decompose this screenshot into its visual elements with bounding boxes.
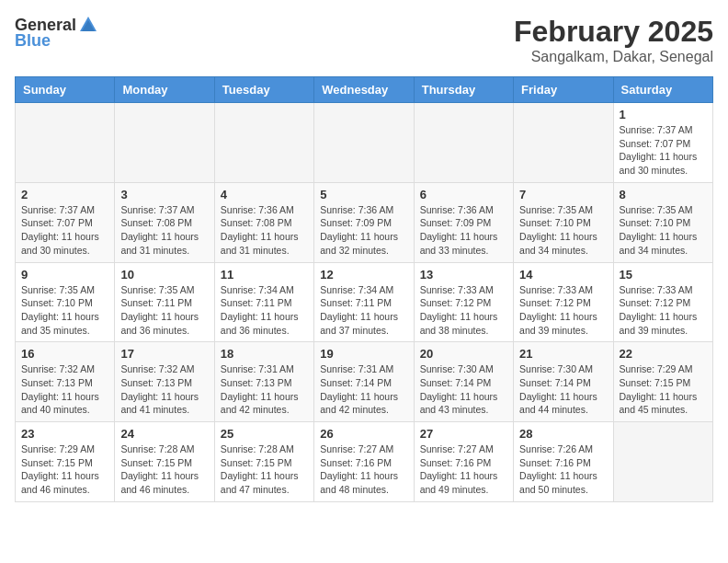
calendar-cell: 26Sunrise: 7:27 AMSunset: 7:16 PMDayligh… <box>314 422 414 502</box>
calendar-header-tuesday: Tuesday <box>214 77 313 103</box>
calendar-cell: 17Sunrise: 7:32 AMSunset: 7:13 PMDayligh… <box>115 342 214 422</box>
calendar-cell <box>16 103 115 183</box>
day-info: Sunrise: 7:33 AMSunset: 7:12 PMDaylight:… <box>420 283 507 338</box>
day-number: 17 <box>120 347 208 361</box>
day-info: Sunrise: 7:31 AMSunset: 7:14 PMDaylight:… <box>320 362 407 417</box>
calendar-cell: 27Sunrise: 7:27 AMSunset: 7:16 PMDayligh… <box>414 422 513 502</box>
calendar-cell: 3Sunrise: 7:37 AMSunset: 7:08 PMDaylight… <box>115 182 214 262</box>
day-number: 12 <box>320 268 407 282</box>
day-info: Sunrise: 7:34 AMSunset: 7:11 PMDaylight:… <box>221 283 308 338</box>
calendar-week-3: 16Sunrise: 7:32 AMSunset: 7:13 PMDayligh… <box>16 342 713 422</box>
calendar-cell: 2Sunrise: 7:37 AMSunset: 7:07 PMDaylight… <box>16 182 115 262</box>
day-info: Sunrise: 7:37 AMSunset: 7:08 PMDaylight:… <box>120 203 208 258</box>
calendar-cell: 21Sunrise: 7:30 AMSunset: 7:14 PMDayligh… <box>514 342 613 422</box>
calendar-cell: 4Sunrise: 7:36 AMSunset: 7:08 PMDaylight… <box>214 182 313 262</box>
calendar-cell: 25Sunrise: 7:28 AMSunset: 7:15 PMDayligh… <box>214 422 313 502</box>
day-number: 18 <box>221 347 308 361</box>
day-info: Sunrise: 7:29 AMSunset: 7:15 PMDaylight:… <box>620 362 707 417</box>
day-number: 25 <box>221 427 308 441</box>
day-number: 14 <box>519 268 607 282</box>
day-info: Sunrise: 7:30 AMSunset: 7:14 PMDaylight:… <box>420 362 507 417</box>
calendar-cell: 9Sunrise: 7:35 AMSunset: 7:10 PMDaylight… <box>16 262 115 342</box>
calendar-cell: 19Sunrise: 7:31 AMSunset: 7:14 PMDayligh… <box>314 342 414 422</box>
day-number: 7 <box>519 188 607 201</box>
calendar-cell: 23Sunrise: 7:29 AMSunset: 7:15 PMDayligh… <box>16 422 115 502</box>
calendar-cell: 8Sunrise: 7:35 AMSunset: 7:10 PMDaylight… <box>613 182 712 262</box>
day-number: 8 <box>620 188 707 201</box>
day-info: Sunrise: 7:36 AMSunset: 7:09 PMDaylight:… <box>420 203 507 258</box>
calendar-header-row: SundayMondayTuesdayWednesdayThursdayFrid… <box>16 77 713 103</box>
calendar-cell: 1Sunrise: 7:37 AMSunset: 7:07 PMDaylight… <box>613 103 712 183</box>
day-info: Sunrise: 7:33 AMSunset: 7:12 PMDaylight:… <box>620 283 707 338</box>
calendar-week-4: 23Sunrise: 7:29 AMSunset: 7:15 PMDayligh… <box>16 422 713 502</box>
day-number: 3 <box>120 188 208 201</box>
calendar-cell <box>414 103 513 183</box>
calendar-cell: 15Sunrise: 7:33 AMSunset: 7:12 PMDayligh… <box>613 262 712 342</box>
day-number: 19 <box>320 347 407 361</box>
calendar-week-1: 2Sunrise: 7:37 AMSunset: 7:07 PMDaylight… <box>16 182 713 262</box>
calendar-week-2: 9Sunrise: 7:35 AMSunset: 7:10 PMDaylight… <box>16 262 713 342</box>
day-info: Sunrise: 7:30 AMSunset: 7:14 PMDaylight:… <box>519 362 607 417</box>
day-number: 13 <box>420 268 507 282</box>
page-header: General Blue February 2025 Sangalkam, Da… <box>15 15 713 65</box>
calendar-cell <box>514 103 613 183</box>
day-info: Sunrise: 7:29 AMSunset: 7:15 PMDaylight:… <box>21 442 108 497</box>
day-number: 27 <box>420 427 507 441</box>
day-info: Sunrise: 7:27 AMSunset: 7:16 PMDaylight:… <box>420 442 507 497</box>
logo-icon <box>78 15 98 35</box>
calendar-cell: 5Sunrise: 7:36 AMSunset: 7:09 PMDaylight… <box>314 182 414 262</box>
calendar-cell: 22Sunrise: 7:29 AMSunset: 7:15 PMDayligh… <box>613 342 712 422</box>
calendar-table: SundayMondayTuesdayWednesdayThursdayFrid… <box>15 76 713 502</box>
day-info: Sunrise: 7:28 AMSunset: 7:15 PMDaylight:… <box>221 442 308 497</box>
day-number: 26 <box>320 427 407 441</box>
calendar-header-wednesday: Wednesday <box>314 77 414 103</box>
calendar-cell: 10Sunrise: 7:35 AMSunset: 7:11 PMDayligh… <box>115 262 214 342</box>
day-number: 11 <box>221 268 308 282</box>
day-info: Sunrise: 7:35 AMSunset: 7:10 PMDaylight:… <box>519 203 607 258</box>
day-info: Sunrise: 7:26 AMSunset: 7:16 PMDaylight:… <box>519 442 607 497</box>
day-info: Sunrise: 7:34 AMSunset: 7:11 PMDaylight:… <box>320 283 407 338</box>
calendar-cell: 11Sunrise: 7:34 AMSunset: 7:11 PMDayligh… <box>214 262 313 342</box>
day-info: Sunrise: 7:33 AMSunset: 7:12 PMDaylight:… <box>519 283 607 338</box>
day-info: Sunrise: 7:31 AMSunset: 7:13 PMDaylight:… <box>221 362 308 417</box>
day-number: 9 <box>21 268 108 282</box>
day-number: 4 <box>221 188 308 201</box>
day-info: Sunrise: 7:32 AMSunset: 7:13 PMDaylight:… <box>21 362 108 417</box>
calendar-body: 1Sunrise: 7:37 AMSunset: 7:07 PMDaylight… <box>16 103 713 502</box>
calendar-cell: 24Sunrise: 7:28 AMSunset: 7:15 PMDayligh… <box>115 422 214 502</box>
day-info: Sunrise: 7:36 AMSunset: 7:08 PMDaylight:… <box>221 203 308 258</box>
calendar-cell: 14Sunrise: 7:33 AMSunset: 7:12 PMDayligh… <box>514 262 613 342</box>
day-info: Sunrise: 7:27 AMSunset: 7:16 PMDaylight:… <box>320 442 407 497</box>
day-number: 20 <box>420 347 507 361</box>
calendar-week-0: 1Sunrise: 7:37 AMSunset: 7:07 PMDaylight… <box>16 103 713 183</box>
day-info: Sunrise: 7:35 AMSunset: 7:10 PMDaylight:… <box>620 203 707 258</box>
day-info: Sunrise: 7:37 AMSunset: 7:07 PMDaylight:… <box>620 123 707 178</box>
calendar-header-saturday: Saturday <box>613 77 712 103</box>
calendar-cell: 7Sunrise: 7:35 AMSunset: 7:10 PMDaylight… <box>514 182 613 262</box>
day-info: Sunrise: 7:28 AMSunset: 7:15 PMDaylight:… <box>120 442 208 497</box>
day-number: 10 <box>120 268 208 282</box>
calendar-cell: 12Sunrise: 7:34 AMSunset: 7:11 PMDayligh… <box>314 262 414 342</box>
day-number: 2 <box>21 188 108 201</box>
calendar-cell: 20Sunrise: 7:30 AMSunset: 7:14 PMDayligh… <box>414 342 513 422</box>
day-number: 22 <box>620 347 707 361</box>
day-number: 21 <box>519 347 607 361</box>
logo-blue-text: Blue <box>15 31 51 51</box>
calendar-cell: 16Sunrise: 7:32 AMSunset: 7:13 PMDayligh… <box>16 342 115 422</box>
calendar-cell: 28Sunrise: 7:26 AMSunset: 7:16 PMDayligh… <box>514 422 613 502</box>
calendar-cell: 13Sunrise: 7:33 AMSunset: 7:12 PMDayligh… <box>414 262 513 342</box>
logo: General Blue <box>15 15 100 51</box>
calendar-cell: 6Sunrise: 7:36 AMSunset: 7:09 PMDaylight… <box>414 182 513 262</box>
day-number: 23 <box>21 427 108 441</box>
calendar-header-friday: Friday <box>514 77 613 103</box>
day-number: 28 <box>519 427 607 441</box>
calendar-header-thursday: Thursday <box>414 77 513 103</box>
day-number: 6 <box>420 188 507 201</box>
day-number: 15 <box>620 268 707 282</box>
month-title: February 2025 <box>514 15 713 49</box>
day-number: 1 <box>620 108 707 121</box>
day-info: Sunrise: 7:36 AMSunset: 7:09 PMDaylight:… <box>320 203 407 258</box>
calendar-cell <box>613 422 712 502</box>
day-info: Sunrise: 7:32 AMSunset: 7:13 PMDaylight:… <box>120 362 208 417</box>
calendar-header-monday: Monday <box>115 77 214 103</box>
